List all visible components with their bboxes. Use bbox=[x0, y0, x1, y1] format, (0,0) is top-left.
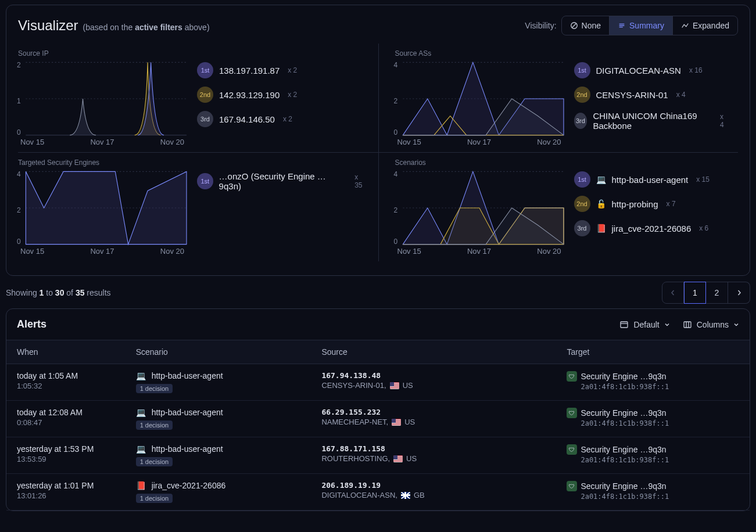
rank-badge: 2nd bbox=[574, 196, 590, 212]
rank-badge: 1st bbox=[197, 173, 213, 189]
legend-item[interactable]: 2nd CENSYS-ARIN-01 x 4 bbox=[574, 87, 728, 103]
legend-item[interactable]: 3rd CHINA UNICOM China169 Backbone x 4 bbox=[574, 111, 728, 131]
scenario-icon: 💻 bbox=[136, 444, 146, 454]
when-text: today at 1:05 AM bbox=[17, 371, 115, 380]
legend-item[interactable]: 3rd 📕 jira_cve-2021-26086 x 6 bbox=[574, 220, 728, 236]
col-source[interactable]: Source bbox=[311, 340, 556, 364]
flag-icon bbox=[393, 455, 403, 462]
legend-item[interactable]: 1st DIGITALOCEAN-ASN x 16 bbox=[574, 62, 728, 78]
chart-title-engines: Targeted Security Engines bbox=[18, 159, 187, 167]
visualizer-subtitle: (based on the active filters above) bbox=[83, 23, 210, 32]
target-address: 2a01:4f8:1c1b:938f::1 bbox=[581, 383, 739, 391]
chart-source-ip[interactable]: 2 1 0 bbox=[18, 61, 187, 136]
legend-item[interactable]: 1st 138.197.191.87 x 2 bbox=[197, 62, 368, 78]
legend-item[interactable]: 1st …onzO (Security Engine …9q3n) x 35 bbox=[197, 171, 368, 191]
scenario-icon: 📕 bbox=[596, 224, 606, 233]
visibility-none-button[interactable]: None bbox=[562, 16, 610, 35]
legend-item[interactable]: 2nd 142.93.129.190 x 2 bbox=[197, 87, 368, 103]
chart-engines[interactable]: 4 2 0 bbox=[18, 170, 187, 246]
source-country: US bbox=[406, 454, 417, 463]
rank-badge: 1st bbox=[574, 62, 590, 78]
chart-title-source-as: Source ASs bbox=[395, 49, 564, 57]
decision-badge: 1 decision bbox=[136, 420, 173, 430]
source-country: US bbox=[404, 418, 415, 426]
target-name: Security Engine …9q3n bbox=[581, 408, 666, 418]
chart-title-scenarios: Scenarios bbox=[395, 159, 564, 167]
table-row[interactable]: yesterday at 1:01 PM 13:01:26 📕 jira_cve… bbox=[6, 474, 750, 511]
when-text: yesterday at 1:53 PM bbox=[17, 444, 115, 454]
rank-badge: 1st bbox=[574, 171, 590, 188]
flag-icon bbox=[401, 492, 410, 499]
table-row[interactable]: today at 12:08 AM 0:08:47 💻 http-bad-use… bbox=[6, 401, 750, 437]
flag-icon bbox=[392, 419, 401, 426]
visibility-expanded-button[interactable]: Expanded bbox=[673, 16, 737, 35]
visibility-segmented: None Summary Expanded bbox=[561, 16, 738, 35]
scenario-icon: 💻 bbox=[136, 408, 146, 417]
alerts-title: Alerts bbox=[17, 318, 46, 330]
when-text: today at 12:08 AM bbox=[17, 408, 115, 417]
chart-source-as[interactable]: 4 2 0 bbox=[395, 61, 564, 136]
rank-badge: 2nd bbox=[574, 87, 590, 103]
source-country: GB bbox=[414, 491, 425, 499]
when-text: yesterday at 1:01 PM bbox=[17, 481, 115, 490]
scenario-icon: 💻 bbox=[136, 371, 146, 380]
summary-icon bbox=[618, 21, 626, 30]
target-address: 2a01:4f8:1c1b:938f::1 bbox=[581, 493, 739, 501]
legend-item[interactable]: 2nd 🔓 http-probing x 7 bbox=[574, 196, 728, 212]
col-when[interactable]: When bbox=[6, 340, 126, 364]
none-icon bbox=[570, 21, 578, 30]
source-ip: 206.189.19.19 bbox=[321, 481, 546, 490]
scenario-name: jira_cve-2021-26086 bbox=[152, 481, 226, 490]
source-ip: 66.29.155.232 bbox=[321, 408, 546, 416]
target-name: Security Engine …9q3n bbox=[581, 372, 666, 381]
rank-badge: 3rd bbox=[574, 220, 590, 236]
scenario-name: http-bad-user-agent bbox=[152, 371, 223, 380]
flag-icon bbox=[390, 382, 399, 389]
source-ip: 167.88.171.158 bbox=[321, 444, 546, 453]
visibility-summary-button[interactable]: Summary bbox=[610, 16, 673, 35]
table-row[interactable]: yesterday at 1:53 PM 13:53:59 💻 http-bad… bbox=[6, 437, 750, 474]
pager-prev-button[interactable] bbox=[662, 282, 684, 304]
rank-badge: 3rd bbox=[197, 111, 213, 127]
legend-item[interactable]: 1st 💻 http-bad-user-agent x 15 bbox=[574, 171, 728, 188]
rank-badge: 2nd bbox=[197, 87, 213, 103]
legend-item[interactable]: 3rd 167.94.146.50 x 2 bbox=[197, 111, 368, 127]
svg-rect-19 bbox=[684, 322, 691, 328]
engine-icon: 🛡 bbox=[567, 408, 577, 418]
scenario-icon: 💻 bbox=[596, 175, 606, 184]
chevron-down-icon bbox=[664, 322, 670, 328]
engine-icon: 🛡 bbox=[567, 481, 577, 491]
expanded-icon bbox=[681, 21, 689, 30]
target-address: 2a01:4f8:1c1b:938f::1 bbox=[581, 419, 739, 427]
chevron-down-icon bbox=[733, 322, 739, 328]
layout-icon bbox=[619, 320, 629, 329]
source-asn: ROUTERHOSTING, bbox=[321, 454, 390, 463]
pager-summary: Showing 1 to 30 of 35 results bbox=[6, 288, 111, 297]
col-scenario[interactable]: Scenario bbox=[126, 340, 311, 364]
source-asn: CENSYS-ARIN-01, bbox=[321, 381, 386, 390]
pager-page-button[interactable]: 1 bbox=[684, 282, 706, 304]
pager-next-button[interactable] bbox=[728, 282, 750, 304]
when-sub: 13:01:26 bbox=[17, 491, 115, 500]
engine-icon: 🛡 bbox=[567, 444, 577, 455]
columns-dropdown[interactable]: Columns bbox=[683, 320, 739, 329]
pager-page-button[interactable]: 2 bbox=[706, 282, 728, 304]
col-target[interactable]: Target bbox=[556, 340, 750, 364]
svg-rect-17 bbox=[621, 322, 628, 328]
pager-controls: 1 2 bbox=[662, 282, 750, 304]
source-ip: 167.94.138.48 bbox=[321, 371, 546, 380]
when-sub: 13:53:59 bbox=[17, 455, 115, 463]
source-country: US bbox=[403, 381, 413, 390]
scenario-icon: 🔓 bbox=[596, 199, 606, 209]
rank-badge: 3rd bbox=[574, 113, 587, 129]
source-asn: NAMECHEAP-NET, bbox=[321, 418, 388, 426]
chart-scenarios[interactable]: 4 2 0 bbox=[395, 170, 564, 246]
decision-badge: 1 decision bbox=[136, 384, 173, 393]
target-address: 2a01:4f8:1c1b:938f::1 bbox=[581, 456, 739, 464]
target-name: Security Engine …9q3n bbox=[581, 481, 666, 491]
rank-badge: 1st bbox=[197, 62, 213, 78]
visualizer-title: Visualizer bbox=[18, 17, 78, 34]
view-dropdown[interactable]: Default bbox=[619, 320, 669, 329]
table-row[interactable]: today at 1:05 AM 1:05:32 💻 http-bad-user… bbox=[6, 364, 750, 401]
source-asn: DIGITALOCEAN-ASN, bbox=[321, 491, 397, 499]
